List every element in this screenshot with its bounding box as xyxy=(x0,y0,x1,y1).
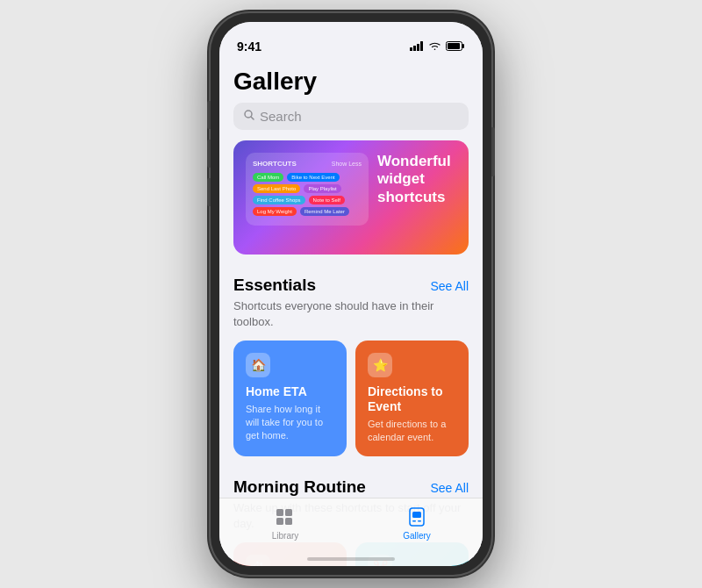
search-placeholder: Search xyxy=(260,109,302,124)
essentials-cards: 🏠 Home ETA Share how long it will take f… xyxy=(219,341,483,473)
battery-icon xyxy=(446,41,465,53)
home-eta-icon: 🏠 xyxy=(246,353,270,377)
directions-card[interactable]: ⭐ Directions to Event Get directions to … xyxy=(355,341,469,455)
shortcut-row-4: Log My Weight Remind Me Later xyxy=(253,207,362,216)
hero-text-area: Wonderful widget shortcuts xyxy=(369,153,456,206)
directions-desc: Get directions to a calendar event. xyxy=(368,418,456,444)
shortcut-pill: Remind Me Later xyxy=(300,207,349,216)
svg-line-8 xyxy=(251,117,254,119)
status-bar: 9:41 xyxy=(219,22,483,61)
shortcut-pill: Log My Weight xyxy=(253,207,297,216)
svg-rect-16 xyxy=(418,520,421,522)
essentials-see-all[interactable]: See All xyxy=(430,279,469,293)
svg-rect-14 xyxy=(412,512,421,518)
signal-icon xyxy=(410,41,424,53)
morning-see-all[interactable]: See All xyxy=(430,481,469,495)
tab-gallery[interactable]: Gallery xyxy=(351,506,483,541)
essentials-desc: Shortcuts everyone should have in their … xyxy=(219,297,483,341)
scroll-area[interactable]: Gallery Search xyxy=(219,61,483,566)
shortcut-pill: Send Last Photo xyxy=(253,184,300,193)
svg-rect-2 xyxy=(417,44,419,51)
show-less-label: Show Less xyxy=(332,161,362,167)
home-eta-desc: Share how long it will take for you to g… xyxy=(246,403,334,442)
shortcut-pill: Find Coffee Shops xyxy=(253,196,305,204)
home-eta-card[interactable]: 🏠 Home ETA Share how long it will take f… xyxy=(233,341,347,455)
wifi-icon xyxy=(428,41,441,53)
svg-rect-15 xyxy=(412,520,416,522)
hero-banner[interactable]: SHORTCUTS Show Less Call Mom Bike to Nex… xyxy=(233,140,469,255)
svg-rect-0 xyxy=(410,47,412,51)
shortcut-pill: Play Playlist xyxy=(304,184,340,193)
phone-device: 9:41 xyxy=(211,13,491,575)
phone-screen: 9:41 xyxy=(219,22,483,566)
page-title: Gallery xyxy=(219,61,483,103)
library-tab-label: Library xyxy=(272,531,299,541)
essentials-title: Essentials xyxy=(233,276,316,295)
tab-bar: Library Gallery xyxy=(219,498,483,566)
directions-title: Directions to Event xyxy=(368,384,456,414)
svg-rect-6 xyxy=(448,43,460,49)
search-bar[interactable]: Search xyxy=(233,103,469,130)
search-icon xyxy=(244,110,254,123)
shortcuts-preview: SHORTCUTS Show Less Call Mom Bike to Nex… xyxy=(246,153,369,226)
status-icons xyxy=(410,41,465,53)
svg-rect-10 xyxy=(285,509,292,516)
hero-preview: SHORTCUTS Show Less Call Mom Bike to Nex… xyxy=(246,153,369,229)
shortcut-pill: Call Mom xyxy=(253,173,283,182)
morning-header: Morning Routine See All xyxy=(219,474,483,498)
content: Gallery Search xyxy=(219,61,483,566)
directions-icon: ⭐ xyxy=(368,353,392,377)
shortcut-row-2: Send Last Photo Play Playlist xyxy=(253,184,362,193)
svg-rect-11 xyxy=(276,518,283,525)
status-time: 9:41 xyxy=(237,39,261,54)
essentials-header: Essentials See All xyxy=(219,272,483,297)
gallery-tab-label: Gallery xyxy=(403,531,431,541)
tab-library[interactable]: Library xyxy=(219,506,351,541)
shortcuts-app-name: SHORTCUTS xyxy=(253,160,297,168)
morning-title: Morning Routine xyxy=(233,477,366,497)
svg-rect-12 xyxy=(285,518,292,525)
shortcut-row-1: Call Mom Bike to Next Event xyxy=(253,173,362,182)
home-eta-title: Home ETA xyxy=(246,384,334,399)
svg-rect-3 xyxy=(420,41,423,51)
home-indicator xyxy=(307,557,395,561)
shortcut-pill: Note to Self xyxy=(309,196,345,204)
svg-rect-9 xyxy=(276,509,283,516)
shortcut-row-3: Find Coffee Shops Note to Self xyxy=(253,196,362,204)
hero-tagline: Wonderful widget shortcuts xyxy=(377,153,456,206)
shortcut-pill: Bike to Next Event xyxy=(287,173,339,182)
svg-rect-1 xyxy=(413,46,416,51)
library-icon xyxy=(274,506,297,528)
gallery-icon xyxy=(405,506,428,528)
svg-rect-5 xyxy=(462,44,464,48)
